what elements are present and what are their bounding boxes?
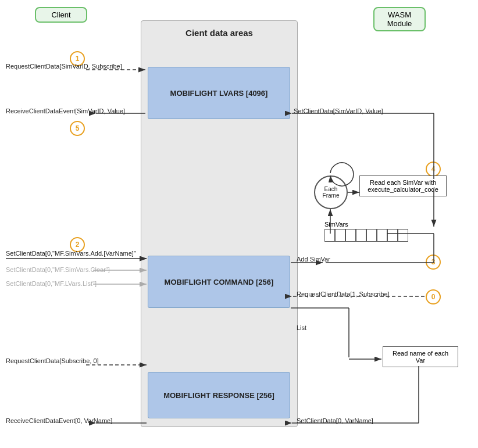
req-client-data-label: RequestClientData[SimVarID, Subscribe] xyxy=(6,63,122,70)
lvars-box: MOBIFLIGHT LVARS [4096] xyxy=(148,67,290,119)
badge-4: 4 xyxy=(426,162,441,177)
diagram-container: Client WASM Module Cient data areas MOBI… xyxy=(0,0,478,448)
simvar-cell xyxy=(398,229,408,242)
set-clear-label: SetClientData[0,"MF.SimVars.Clear"] xyxy=(6,266,110,273)
read-name-box: Read name of each Var xyxy=(383,346,458,367)
wasm-label: WASM Module xyxy=(373,7,426,31)
set-varname-label: SetClientData[0, VarName] xyxy=(297,417,373,424)
response-box: MOBIFLIGHT RESPONSE [256] xyxy=(148,372,290,418)
command-box: MOBIFLIGHT COMMAND [256] xyxy=(148,256,290,308)
set-list-label: SetClientData[0,"MF.LVars.List"] xyxy=(6,280,97,287)
badge-0: 0 xyxy=(426,289,441,304)
client-data-title: Cient data areas xyxy=(141,21,297,44)
read-simvar-box: Read each SimVar with execute_calculator… xyxy=(359,175,447,196)
recv-varname-label: ReceiveClientDataEvent[0, VarName] xyxy=(6,417,112,424)
set-client-data-simvar-label: SetClientData[SimVarID, Value] xyxy=(294,107,383,114)
client-label: Client xyxy=(35,7,87,23)
req-subscribe-0-label: RequestClientData[Subscribe, 0] xyxy=(6,357,99,364)
simvar-cell xyxy=(345,229,356,242)
list-label: List xyxy=(297,324,306,331)
simvar-cell xyxy=(387,229,398,242)
simvar-cell xyxy=(324,229,335,242)
req-subscribe-label: RequestClientData[1, Subscribe] xyxy=(297,291,390,298)
simvar-cell xyxy=(356,229,366,242)
simvar-cell xyxy=(377,229,387,242)
badge-5: 5 xyxy=(70,121,85,136)
recv-client-data-label: ReceiveClientDataEvent[SimVarID, Value] xyxy=(6,107,125,114)
set-simvars-add-label: SetClientData[0,"MF.SimVars.Add.[VarName… xyxy=(6,250,136,257)
simvar-cell xyxy=(366,229,377,242)
simvars-area: SimVars xyxy=(324,221,408,242)
add-simvar-label: Add SimVar xyxy=(297,256,330,263)
each-frame-circle: Each Frame xyxy=(314,175,348,209)
simvar-cell xyxy=(335,229,345,242)
badge-3: 3 xyxy=(426,255,441,270)
